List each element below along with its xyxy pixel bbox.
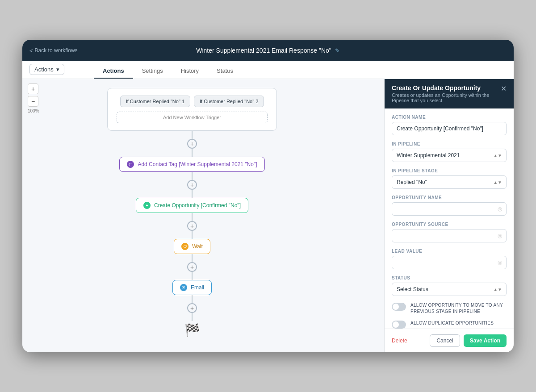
workflow-flow: If Customer Replied "No" 1 If Customer R… (80, 88, 304, 338)
panel-body: ACTION NAME IN PIPELINE Winter Supplemen… (385, 108, 514, 329)
panel-header-text: Create Or Update Opportunity Creates or … (392, 84, 501, 103)
zoom-level: 100% (28, 108, 39, 113)
toggle-allow-duplicate: ALLOW DUPLICATE OPPORTUNITIES (392, 320, 507, 329)
action-name-input[interactable] (392, 122, 507, 135)
toggle-duplicate-label: ALLOW DUPLICATE OPPORTUNITIES (410, 320, 494, 326)
opportunity-name-input[interactable] (392, 202, 507, 216)
connector-line (192, 190, 193, 198)
in-pipeline-select[interactable]: Winter Supplemental 2021 (392, 149, 507, 162)
edit-title-icon[interactable]: ✎ (335, 47, 340, 54)
add-node-5[interactable]: + (187, 303, 197, 313)
panel-header: Create Or Update Opportunity Creates or … (385, 79, 514, 108)
toggle-previous-stage-label: ALLOW OPPORTUNITY TO MOVE TO ANY PREVIOU… (410, 302, 507, 315)
node-tag[interactable]: 🏷 Add Contact Tag [Winter Supplemental 2… (119, 157, 264, 172)
toggle-previous-stage-switch[interactable] (392, 303, 406, 311)
node-email[interactable]: ✉ Email (172, 280, 212, 295)
node-opportunity[interactable]: ● Create Opportunity [Confirmed "No"] (136, 198, 248, 213)
tab-status[interactable]: Status (208, 64, 242, 79)
workflow-title: Winter Supplemental 2021 Email Response … (196, 47, 340, 54)
right-panel: Create Or Update Opportunity Creates or … (384, 79, 514, 352)
connector-line (192, 131, 193, 139)
connector-line (192, 213, 193, 221)
back-link[interactable]: Back to workflows (29, 47, 78, 54)
status-field: STATUS Select Status ▲▼ (392, 275, 507, 296)
lead-value-icon: ◎ (498, 259, 502, 266)
panel-footer: Delete Cancel Save Action (385, 329, 514, 352)
add-node-3[interactable]: + (187, 221, 197, 231)
workflow-canvas: + − 100% If Customer Replied "No" 1 If C… (22, 79, 384, 352)
lead-value-field: LEAD VALUE ◎ (392, 249, 507, 269)
panel-title: Create Or Update Opportunity (392, 84, 501, 92)
opportunity-source-label: OPPORTUNITY SOURCE (392, 222, 507, 227)
lead-value-wrapper: ◎ (392, 256, 507, 269)
add-node-4[interactable]: + (187, 262, 197, 272)
connector-line (192, 254, 193, 262)
tabs-row: Actions ▾ Actions Settings History Statu… (22, 61, 514, 79)
wait-icon: ⏱ (181, 243, 188, 250)
connector-line (192, 272, 193, 280)
main-area: + − 100% If Customer Replied "No" 1 If C… (22, 79, 514, 352)
toggle-allow-previous-stage: ALLOW OPPORTUNITY TO MOVE TO ANY PREVIOU… (392, 302, 507, 315)
tag-icon: 🏷 (127, 161, 134, 168)
in-pipeline-label: IN PIPELINE (392, 142, 507, 146)
trigger-2[interactable]: If Customer Replied "No" 2 (194, 96, 264, 107)
lead-value-input[interactable] (392, 256, 507, 269)
opportunity-name-label: OPPORTUNITY NAME (392, 195, 507, 200)
node-wait[interactable]: ⏱ Wait (174, 239, 210, 254)
zoom-out-button[interactable]: − (28, 96, 38, 107)
opportunity-name-icon: ◎ (498, 206, 502, 212)
in-pipeline-select-wrapper: Winter Supplemental 2021 ▲▼ (392, 149, 507, 162)
opportunity-source-field: OPPORTUNITY SOURCE ◎ (392, 222, 507, 242)
delete-button[interactable]: Delete (392, 338, 407, 344)
add-node-2[interactable]: + (187, 180, 197, 190)
cancel-button[interactable]: Cancel (430, 334, 460, 347)
trigger-1[interactable]: If Customer Replied "No" 1 (120, 96, 190, 107)
finish-flag: 🏁 (184, 323, 200, 338)
connector-line (192, 172, 193, 180)
opportunity-source-icon: ◎ (498, 233, 502, 239)
actions-dropdown[interactable]: Actions ▾ (29, 64, 64, 75)
tab-actions[interactable]: Actions (94, 64, 133, 79)
tab-settings[interactable]: Settings (133, 64, 172, 79)
connector-line (192, 231, 193, 239)
email-icon: ✉ (180, 284, 187, 291)
lead-value-label: LEAD VALUE (392, 249, 507, 254)
status-label: STATUS (392, 275, 507, 280)
toggle-duplicate-switch[interactable] (392, 321, 406, 329)
top-bar: Back to workflows Winter Supplemental 20… (22, 40, 514, 61)
opportunity-name-wrapper: ◎ (392, 202, 507, 216)
status-select[interactable]: Select Status (392, 283, 507, 296)
opportunity-icon: ● (143, 202, 151, 209)
connector-line (192, 149, 193, 157)
action-name-field: ACTION NAME (392, 115, 507, 135)
action-name-label: ACTION NAME (392, 115, 507, 120)
panel-close-button[interactable]: ✕ (501, 85, 507, 92)
opportunity-name-field: OPPORTUNITY NAME ◎ (392, 195, 507, 216)
opportunity-source-input[interactable] (392, 229, 507, 242)
trigger-box: If Customer Replied "No" 1 If Customer R… (107, 88, 277, 131)
connector-line (192, 295, 193, 303)
tab-history[interactable]: History (172, 64, 208, 79)
pipeline-stage-select[interactable]: Replied "No" (392, 175, 507, 189)
save-action-button[interactable]: Save Action (464, 334, 507, 347)
panel-subtitle: Creates or updates an Opportunity within… (392, 92, 501, 103)
in-pipeline-field: IN PIPELINE Winter Supplemental 2021 ▲▼ (392, 142, 507, 162)
pipeline-stage-field: IN PIPELINE STAGE Replied "No" ▲▼ (392, 168, 507, 189)
trigger-buttons: If Customer Replied "No" 1 If Customer R… (117, 96, 268, 107)
canvas-controls: + − 100% (28, 83, 39, 113)
back-label: Back to workflows (35, 47, 78, 54)
pipeline-stage-select-wrapper: Replied "No" ▲▼ (392, 175, 507, 189)
opportunity-source-wrapper: ◎ (392, 229, 507, 242)
footer-actions: Cancel Save Action (430, 334, 507, 347)
pipeline-stage-label: IN PIPELINE STAGE (392, 168, 507, 173)
zoom-in-button[interactable]: + (28, 83, 38, 94)
add-trigger-button[interactable]: Add New Workflow Trigger (117, 112, 268, 123)
connector-line (192, 313, 193, 321)
add-node-1[interactable]: + (187, 139, 197, 149)
status-select-wrapper: Select Status ▲▼ (392, 283, 507, 296)
